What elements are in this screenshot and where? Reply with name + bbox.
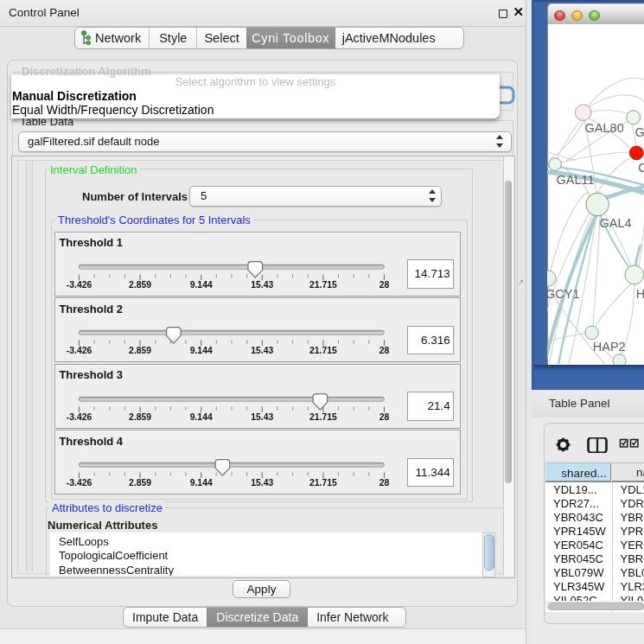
svg-text:C: C [638,161,644,175]
svg-text:28: 28 [379,346,390,355]
svg-text:15.43: 15.43 [252,346,274,355]
svg-text:9.144: 9.144 [190,412,213,422]
svg-text:2.859: 2.859 [130,346,152,355]
svg-text:-3.426: -3.426 [67,478,92,488]
svg-text:GAL80: GAL80 [585,121,624,135]
svg-text:28: 28 [379,412,390,422]
svg-text:28: 28 [379,478,390,488]
svg-text:2.859: 2.859 [130,412,152,422]
svg-text:GCY1: GCY1 [547,287,580,301]
svg-text:21.715: 21.715 [309,412,337,422]
svg-text:9.144: 9.144 [190,280,213,290]
svg-text:H: H [636,287,644,301]
svg-text:HAP2: HAP2 [593,340,626,354]
svg-text:2.859: 2.859 [130,478,152,488]
svg-text:9.144: 9.144 [190,478,213,488]
svg-text:GA: GA [634,125,644,139]
svg-text:GAL4: GAL4 [600,216,632,230]
svg-text:21.715: 21.715 [309,478,337,488]
svg-text:-3.426: -3.426 [67,280,92,290]
svg-text:-3.426: -3.426 [67,346,92,355]
svg-text:15.43: 15.43 [252,478,274,488]
svg-text:15.43: 15.43 [252,412,274,422]
svg-text:-3.426: -3.426 [67,412,92,422]
svg-text:9.144: 9.144 [190,346,213,355]
svg-text:GAL11: GAL11 [557,173,595,187]
svg-text:15.43: 15.43 [252,280,274,290]
svg-text:2.859: 2.859 [130,280,152,290]
svg-text:21.715: 21.715 [309,346,337,355]
svg-text:21.715: 21.715 [309,280,337,290]
svg-text:28: 28 [379,280,390,290]
